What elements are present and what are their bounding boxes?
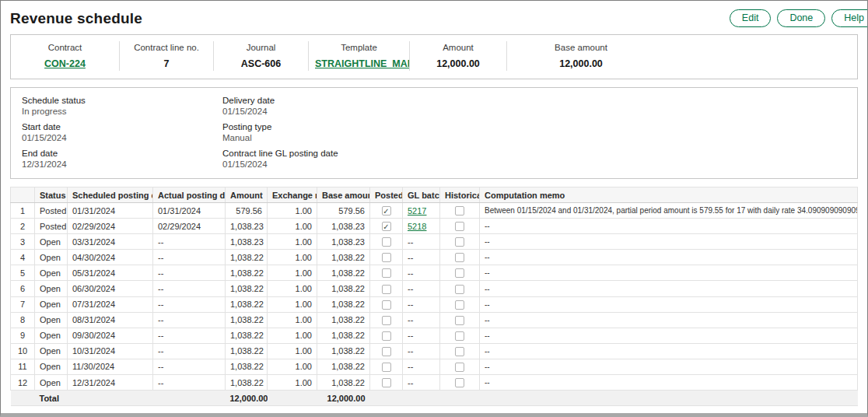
posted-cell [370,234,403,250]
field-label: Contract line no. [126,43,207,52]
posted-checkbox[interactable] [382,347,391,356]
posted-checkbox[interactable] [382,378,391,387]
table-row: 2Posted02/29/202402/29/20241,038.231.001… [11,219,858,234]
amount-cell: 1,038.22 [226,312,268,328]
field-label: Delivery date [222,96,846,105]
gl-batch-cell: -- [403,328,440,343]
column-header-scheduled-posting-date: Scheduled posting date [68,187,153,203]
base-amount-cell: 1,038.22 [317,343,370,359]
historical-checkbox[interactable] [455,331,464,341]
historical-cell [440,343,480,359]
historical-cell [440,312,480,328]
computation-memo-cell: -- [480,359,858,374]
gl-batch-cell: -- [403,343,440,359]
actual-posting-date-cell: -- [153,359,226,374]
field-label: End date [22,149,222,158]
summary-field-base-amount: Base amount 12,000.00 [507,41,655,71]
row-number: 4 [11,250,35,265]
gl-batch-link[interactable]: 5217 [408,206,426,216]
computation-memo-cell: -- [480,250,858,265]
contract-link[interactable]: CON-224 [44,58,86,69]
actual-posting-date-cell: 01/31/2024 [153,203,226,219]
historical-checkbox[interactable] [455,268,464,278]
column-header-row-number [11,187,35,203]
gl-batch-link[interactable]: 5218 [408,222,426,231]
exchange-rate-cell: 1.00 [268,281,317,296]
summary-field-contract-line-no: Contract line no. 7 [120,41,214,71]
page-header: Revenue schedule Edit Done Help [1,1,867,34]
exchange-rate-cell: 1.00 [268,328,317,343]
computation-memo-cell: -- [480,281,858,296]
actual-posting-date-cell: 02/29/2024 [153,219,226,234]
revenue-schedule-page: Revenue schedule Edit Done Help Contract… [0,0,868,417]
posted-checkbox[interactable] [382,285,391,294]
historical-checkbox[interactable] [455,300,464,310]
historical-cell [440,375,480,391]
base-amount-cell: 1,038.22 [317,281,370,296]
posted-checkbox[interactable] [382,331,391,341]
help-button[interactable]: Help [831,9,868,27]
status-cell: Open [35,265,68,281]
contract-line-gl-posting-date-field: Contract line GL posting date 01/15/2024 [222,149,846,169]
historical-checkbox[interactable] [455,237,464,247]
status-cell: Open [35,312,68,328]
status-cell: Open [35,375,68,391]
status-cell: Open [35,281,68,296]
computation-memo-cell: -- [480,312,858,328]
done-button[interactable]: Done [777,9,825,27]
posted-cell [370,265,403,281]
exchange-rate-cell: 1.00 [268,250,317,265]
scheduled-posting-date-cell: 11/30/2024 [68,359,153,374]
historical-cell [440,250,480,265]
posted-checkbox[interactable] [382,268,391,278]
field-value: 01/15/2024 [222,107,846,116]
status-cell: Open [35,328,68,343]
posted-cell [370,359,403,374]
gl-batch-cell: 5217 [403,203,440,219]
posted-checkbox[interactable] [382,300,391,310]
field-label: Template [315,43,403,52]
column-header-base-amount: Base amount [317,187,370,203]
row-number: 5 [11,265,35,281]
posted-checkbox[interactable]: ✓ [382,206,391,216]
base-amount-cell: 1,038.22 [317,296,370,312]
historical-checkbox[interactable] [455,347,464,356]
amount-cell: 1,038.22 [226,281,268,296]
historical-cell [440,281,480,296]
total-amount: 12,000.00 [226,391,268,406]
historical-checkbox[interactable] [455,316,464,325]
amount-cell: 1,038.23 [226,234,268,250]
base-amount-cell: 1,038.22 [317,265,370,281]
computation-memo-cell: -- [480,219,858,234]
actual-posting-date-cell: -- [153,234,226,250]
historical-checkbox[interactable] [455,253,464,262]
computation-memo-cell: -- [480,343,858,359]
field-label: Posting type [222,122,846,131]
field-value: 12/31/2024 [22,159,222,169]
posted-checkbox[interactable]: ✓ [382,222,391,231]
gl-batch-cell: -- [403,265,440,281]
historical-checkbox[interactable] [455,206,464,216]
historical-checkbox[interactable] [455,285,464,294]
field-label: Contract line GL posting date [222,149,846,158]
historical-cell [440,328,480,343]
amount-cell: 1,038.23 [226,219,268,234]
summary-field-template: Template STRAIGHTLINE_MANUA [309,41,410,71]
schedule-table-wrap: StatusScheduled posting dateActual posti… [10,187,858,406]
scheduled-posting-date-cell: 04/30/2024 [68,250,153,265]
scheduled-posting-date-cell: 02/29/2024 [68,219,153,234]
posted-checkbox[interactable] [382,316,391,325]
posted-checkbox[interactable] [382,237,391,247]
posted-checkbox[interactable] [382,253,391,262]
historical-checkbox[interactable] [455,363,464,372]
template-link[interactable]: STRAIGHTLINE_MANUA [315,58,410,69]
historical-cell [440,203,480,219]
historical-checkbox[interactable] [455,378,464,387]
posted-cell: ✓ [370,219,403,234]
posted-checkbox[interactable] [382,363,391,372]
base-amount-cell: 1,038.22 [317,250,370,265]
historical-checkbox[interactable] [455,222,464,231]
total-row: Total 12,000.00 12,000.00 [11,391,858,406]
page-title: Revenue schedule [10,10,142,27]
edit-button[interactable]: Edit [730,9,772,27]
